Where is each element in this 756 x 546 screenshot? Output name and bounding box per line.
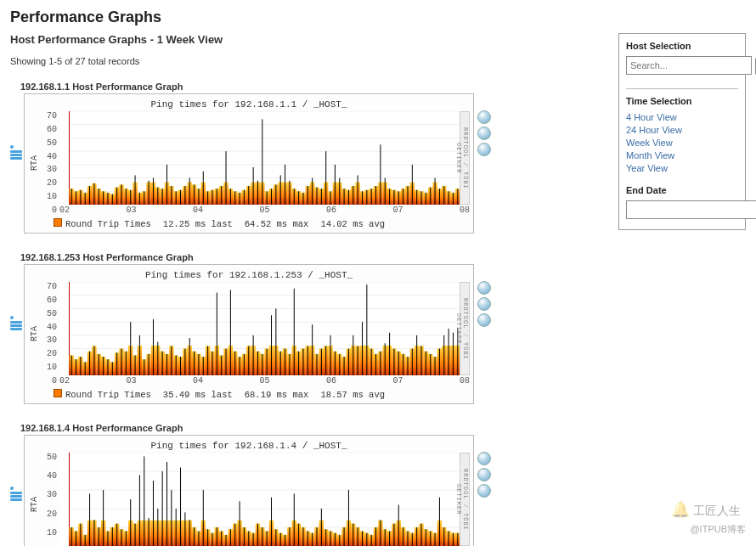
graph-title: 192.168.1.253 Host Performance Graph xyxy=(20,252,503,262)
rrdtool-label: RRDTOOL / TÖBI OETIKER xyxy=(460,453,470,546)
y-axis-label: RTA xyxy=(28,282,41,386)
x-ticks: 02030405060708 xyxy=(59,375,470,386)
end-date-input[interactable] xyxy=(626,200,756,219)
chart-plot xyxy=(59,282,470,375)
y-ticks: 50403020100 xyxy=(41,453,59,546)
time-link[interactable]: Week View xyxy=(626,137,738,149)
legend-row: Round Trip Times12.25 ms last64.52 ms ma… xyxy=(28,215,470,229)
stat-last: 12.25 ms last xyxy=(163,219,233,229)
graph-block: 192.168.1.1 Host Performance GraphPing t… xyxy=(10,82,503,234)
graph-block: 192.168.1.4 Host Performance GraphPing t… xyxy=(10,423,503,546)
zoom-icon[interactable] xyxy=(477,452,491,465)
search-input[interactable] xyxy=(626,56,752,75)
stat-last: 35.49 ms last xyxy=(163,390,233,400)
chart-plot xyxy=(59,453,470,546)
graph-title: 192.168.1.4 Host Performance Graph xyxy=(20,423,503,433)
graph-title: 192.168.1.1 Host Performance Graph xyxy=(20,82,503,92)
sidebar: Host Selection Go Time Selection 4 Hour … xyxy=(618,33,746,230)
reorder-icon[interactable] xyxy=(10,315,22,330)
records-count: Showing 1-5 of 27 total records xyxy=(10,56,503,66)
y-ticks: 706050403020100 xyxy=(41,282,59,386)
rrdtool-label: RRDTOOL / TÖBI OETIKER xyxy=(460,111,470,205)
legend-swatch xyxy=(54,389,62,397)
y-axis-label: RTA xyxy=(28,453,41,546)
watermark-itpub: @ITPUB博客 xyxy=(690,523,746,536)
export-icon[interactable] xyxy=(477,127,491,140)
divider xyxy=(626,88,738,89)
stat-avg: 14.02 ms avg xyxy=(320,219,385,229)
settings-icon[interactable] xyxy=(477,313,491,327)
export-icon[interactable] xyxy=(477,468,491,481)
settings-icon[interactable] xyxy=(477,484,491,498)
settings-icon[interactable] xyxy=(477,143,491,156)
graph-block: 192.168.1.253 Host Performance GraphPing… xyxy=(10,252,503,404)
time-link[interactable]: 24 Hour View xyxy=(626,124,738,137)
watermark-wechat: 🔔 工匠人生 xyxy=(671,500,741,519)
graph-caption: Ping times for 192.168.1.1 / _HOST_ xyxy=(28,99,470,110)
legend-swatch xyxy=(54,218,62,227)
export-icon[interactable] xyxy=(477,297,491,311)
graph-frame: Ping times for 192.168.1.253 / _HOST_RTA… xyxy=(24,264,474,404)
rrdtool-label: RRDTOOL / TÖBI OETIKER xyxy=(460,282,470,375)
host-selection-heading: Host Selection xyxy=(626,41,738,51)
time-link[interactable]: Month View xyxy=(626,149,738,162)
graph-frame: Ping times for 192.168.1.1 / _HOST_RTA70… xyxy=(24,93,474,234)
stat-avg: 18.57 ms avg xyxy=(320,390,385,400)
reorder-icon[interactable] xyxy=(10,144,22,160)
stat-max: 68.19 ms max xyxy=(245,390,309,400)
y-axis-label: RTA xyxy=(28,111,41,215)
legend-row: Round Trip Times35.49 ms last68.19 ms ma… xyxy=(28,386,470,400)
main-column: Host Performance Graphs - 1 Week View Sh… xyxy=(10,33,503,546)
y-ticks: 706050403020100 xyxy=(41,111,59,215)
page-title: Performance Graphs xyxy=(10,8,746,26)
time-link[interactable]: Year View xyxy=(626,162,738,175)
graph-frame: Ping times for 192.168.1.4 / _HOST_RTA50… xyxy=(24,435,474,546)
page-subtitle: Host Performance Graphs - 1 Week View xyxy=(10,33,503,46)
chart-plot xyxy=(59,111,470,205)
stat-max: 64.52 ms max xyxy=(245,219,309,229)
graph-caption: Ping times for 192.168.1.4 / _HOST_ xyxy=(28,441,470,451)
time-link[interactable]: 4 Hour View xyxy=(626,111,738,124)
x-ticks: 02030405060708 xyxy=(59,205,470,215)
graph-caption: Ping times for 192.168.1.253 / _HOST_ xyxy=(28,270,470,280)
zoom-icon[interactable] xyxy=(477,281,491,295)
time-selection-heading: Time Selection xyxy=(626,96,738,106)
end-date-heading: End Date xyxy=(626,185,738,195)
zoom-icon[interactable] xyxy=(477,110,491,124)
reorder-icon[interactable] xyxy=(10,486,22,501)
